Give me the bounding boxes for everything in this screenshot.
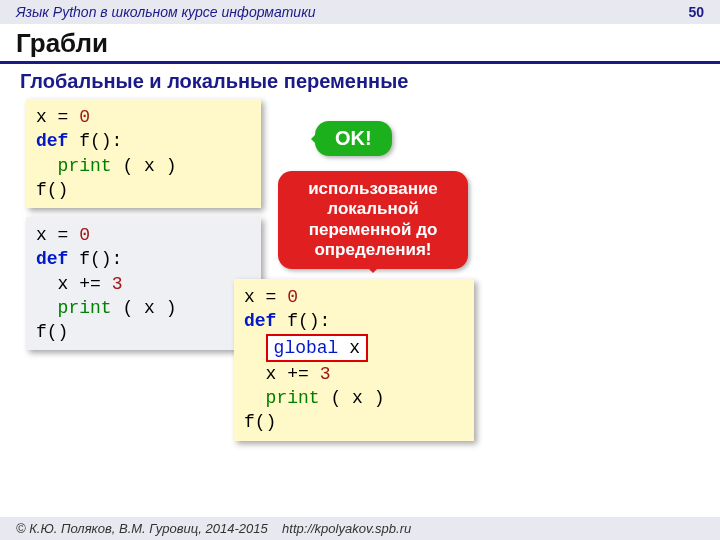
header-bar: Язык Python в школьном курсе информатики… xyxy=(0,0,720,24)
page-number: 50 xyxy=(688,4,704,20)
error-badge: использование локальной переменной до оп… xyxy=(278,171,468,269)
ok-badge: OK! xyxy=(315,121,392,156)
code-block-2: x = 0 def f(): x += 3 print ( x ) f() xyxy=(26,217,261,350)
global-highlight: global x xyxy=(266,334,368,362)
footer-copyright: © К.Ю. Поляков, В.М. Гуровиц, 2014-2015 xyxy=(16,521,268,536)
footer-bar: © К.Ю. Поляков, В.М. Гуровиц, 2014-2015 … xyxy=(0,517,720,540)
page-subtitle: Глобальные и локальные переменные xyxy=(0,70,720,99)
code-block-1: x = 0 def f(): print ( x ) f() xyxy=(26,99,261,208)
page-title: Грабли xyxy=(0,24,720,64)
course-name: Язык Python в школьном курсе информатики xyxy=(16,4,316,20)
footer-url: http://kpolyakov.spb.ru xyxy=(282,521,411,536)
content-area: x = 0 def f(): print ( x ) f() OK! x = 0… xyxy=(0,99,720,519)
code-block-3: x = 0 def f(): global x x += 3 print ( x… xyxy=(234,279,474,441)
